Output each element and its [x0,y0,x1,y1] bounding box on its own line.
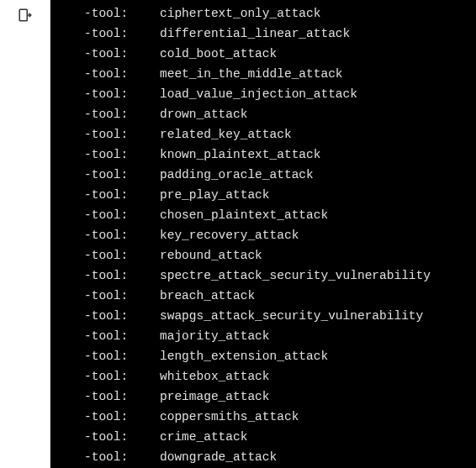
line-prefix: -tool: [84,24,160,44]
line-prefix: -tool: [84,427,160,447]
terminal-line: -tool:spectre_attack_security_vulnerabil… [84,266,476,286]
line-prefix: -tool: [84,44,160,64]
exit-icon[interactable] [17,7,34,24]
terminal-line: -tool:rebound_attack [84,245,476,266]
terminal-line: -tool:drown_attack [84,104,476,124]
line-prefix: -tool: [84,266,160,286]
line-prefix: -tool: [84,104,160,124]
line-prefix: -tool: [84,366,160,386]
line-value: pre_play_attack [160,185,270,205]
line-value: ciphertext_only_attack [160,3,320,24]
terminal-line: -tool:preimage_attack [84,386,476,407]
line-value: load_value_injection_attack [160,84,357,104]
line-value: differential_linear_attack [160,24,350,44]
line-prefix: -tool: [84,407,160,427]
terminal-line: -tool:pre_play_attack [84,185,476,205]
line-prefix: -tool: [84,64,160,84]
line-prefix: -tool: [84,286,160,306]
terminal-line: -tool:chosen_plaintext_attack [84,205,476,225]
line-prefix: -tool: [84,245,160,266]
line-value: majority_attack [160,326,270,346]
terminal-line: -tool:load_value_injection_attack [84,84,476,104]
line-value: chosen_plaintext_attack [160,205,328,225]
line-prefix: -tool: [84,205,160,225]
terminal-line: -tool:ciphertext_only_attack [84,3,476,24]
line-value: key_recovery_attack [160,225,299,245]
terminal-line: -tool:differential_linear_attack [84,24,476,44]
terminal-line: -tool:meet_in_the_middle_attack [84,64,476,84]
terminal-output: -tool:ciphertext_only_attack -tool:diffe… [50,0,476,468]
line-value: whitebox_attack [160,366,270,386]
terminal-line: -tool:related_key_attack [84,124,476,145]
terminal-line: -tool:majority_attack [84,326,476,346]
line-value: rebound_attack [160,245,262,266]
line-prefix: -tool: [84,326,160,346]
line-prefix: -tool: [84,145,160,165]
terminal-line: -tool:coppersmiths_attack [84,407,476,427]
line-prefix: -tool: [84,3,160,24]
line-prefix: -tool: [84,225,160,245]
line-prefix: -tool: [84,84,160,104]
line-value: meet_in_the_middle_attack [160,64,343,84]
line-value: drown_attack [160,104,247,124]
terminal-line: -tool:length_extension_attack [84,346,476,366]
terminal-line: -tool:swapgs_attack_security_vulnerabili… [84,306,476,326]
line-prefix: -tool: [84,165,160,185]
line-value: downgrade_attack [160,447,277,467]
line-prefix: -tool: [84,185,160,205]
line-value: preimage_attack [160,386,270,407]
line-prefix: -tool: [84,386,160,407]
line-value: spectre_attack_security_vulnerability [160,266,431,286]
line-prefix: -tool: [84,306,160,326]
terminal-line: -tool:downgrade_attack [84,447,476,467]
line-value: known_plaintext_attack [160,145,320,165]
line-prefix: -tool: [84,447,160,467]
line-value: swapgs_attack_security_vulnerability [160,306,423,326]
line-value: breach_attack [160,286,255,306]
line-value: coppersmiths_attack [160,407,299,427]
terminal-line: -tool:padding_oracle_attack [84,165,476,185]
line-value: crime_attack [160,427,247,447]
terminal-line: -tool:crime_attack [84,427,476,447]
line-prefix: -tool: [84,346,160,366]
terminal-line: -tool:known_plaintext_attack [84,145,476,165]
line-value: cold_boot_attack [160,44,277,64]
line-prefix: -tool: [84,124,160,145]
terminal-line: -tool:whitebox_attack [84,366,476,386]
terminal-line: -tool:cold_boot_attack [84,44,476,64]
terminal-line: -tool:key_recovery_attack [84,225,476,245]
line-value: padding_oracle_attack [160,165,314,185]
line-value: length_extension_attack [160,346,328,366]
terminal-line: -tool:breach_attack [84,286,476,306]
svg-rect-0 [19,9,27,21]
line-value: related_key_attack [160,124,292,145]
sidebar [0,0,50,468]
